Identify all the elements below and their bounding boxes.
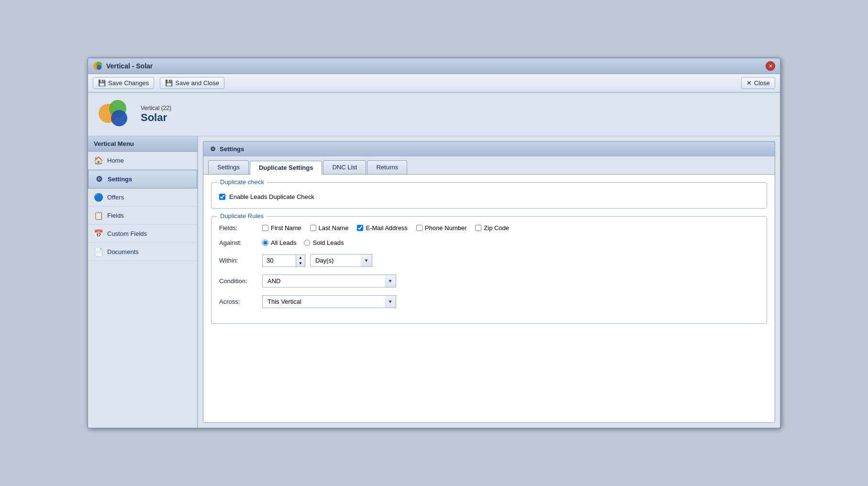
- duplicate-check-section: Duplicate check Enable Leads Duplicate C…: [211, 182, 767, 209]
- zip-checkbox[interactable]: [475, 225, 481, 231]
- condition-select[interactable]: AND OR: [262, 275, 396, 287]
- sidebar-label-home: Home: [107, 157, 124, 164]
- sold-leads-label: Sold Leads: [312, 239, 344, 246]
- window-close-btn[interactable]: ✕: [766, 61, 775, 71]
- across-select-wrapper: This Vertical All Verticals ▼: [262, 295, 396, 308]
- sidebar-item-settings[interactable]: ⚙ Settings: [88, 170, 197, 188]
- logo: [98, 100, 131, 129]
- settings-icon: ⚙: [94, 175, 104, 184]
- first-name-label: First Name: [271, 224, 301, 232]
- zip-label: Zip Code: [484, 224, 509, 232]
- enable-duplicate-check-label: Enable Leads Duplicate Check: [229, 193, 314, 200]
- sidebar-item-home[interactable]: 🏠 Home: [88, 152, 197, 170]
- duplicate-rules-section: Duplicate Rules Fields: First Name Last …: [211, 216, 767, 324]
- sidebar-label-offers: Offers: [107, 194, 124, 201]
- tab-duplicate-settings[interactable]: Duplicate Settings: [250, 161, 322, 175]
- sidebar-item-offers[interactable]: 🔵 Offers: [88, 188, 197, 207]
- against-radio-group: All Leads Sold Leads: [262, 239, 344, 246]
- header-info: Vertical (22) Solar: [141, 105, 171, 124]
- save-and-close-icon: 💾: [165, 79, 173, 87]
- sidebar-header: Vertical Menu: [88, 136, 197, 152]
- toolbar-left: 💾 Save Changes 💾 Save and Close: [93, 77, 224, 89]
- enable-duplicate-check-row: Enable Leads Duplicate Check: [219, 193, 759, 200]
- sidebar-item-documents[interactable]: 📄 Documents: [88, 243, 197, 261]
- sidebar-item-custom-fields[interactable]: 📅 Custom Fields: [88, 225, 197, 243]
- duplicate-rules-legend: Duplicate Rules: [217, 212, 267, 220]
- save-and-close-button[interactable]: 💾 Save and Close: [160, 77, 224, 89]
- sidebar-label-fields: Fields: [107, 212, 124, 219]
- phone-label: Phone Number: [425, 224, 467, 232]
- condition-row: Condition: AND OR ▼: [219, 275, 759, 287]
- svg-point-5: [111, 110, 127, 126]
- field-zip: Zip Code: [475, 224, 509, 232]
- radio-sold-leads: Sold Leads: [304, 239, 344, 246]
- first-name-checkbox[interactable]: [262, 225, 268, 231]
- enable-duplicate-check-checkbox[interactable]: [219, 194, 225, 200]
- save-changes-button[interactable]: 💾 Save Changes: [93, 77, 154, 89]
- across-label: Across:: [219, 298, 262, 305]
- svg-point-2: [97, 65, 101, 70]
- radio-all-leads: All Leads: [262, 239, 296, 246]
- within-unit-select[interactable]: Day(s) Week(s) Month(s): [310, 254, 372, 267]
- vertical-subtitle: Vertical (22): [141, 105, 171, 111]
- save-changes-label: Save Changes: [108, 79, 149, 87]
- last-name-label: Last Name: [319, 224, 349, 232]
- documents-icon: 📄: [94, 247, 103, 256]
- within-label: Within:: [219, 257, 262, 264]
- settings-icon-panel: ⚙: [210, 145, 216, 153]
- fields-row: Fields: First Name Last Name: [219, 224, 759, 232]
- field-email: E-Mail Address: [357, 224, 407, 232]
- across-select[interactable]: This Vertical All Verticals: [262, 295, 396, 308]
- duplicate-check-legend: Duplicate check: [217, 178, 267, 186]
- tabs-bar: Settings Duplicate Settings DNC List Ret…: [203, 156, 775, 174]
- panel-header-title: Settings: [220, 145, 244, 153]
- across-row: Across: This Vertical All Verticals ▼: [219, 295, 759, 308]
- within-spinner: ▲ ▼: [262, 254, 305, 267]
- field-last-name: Last Name: [310, 224, 349, 232]
- home-icon: 🏠: [94, 156, 103, 165]
- fields-checkboxes: First Name Last Name E-Mail Address: [262, 224, 509, 232]
- condition-label: Condition:: [219, 277, 262, 285]
- email-label: E-Mail Address: [366, 224, 407, 232]
- save-changes-icon: 💾: [98, 79, 106, 87]
- email-checkbox[interactable]: [357, 225, 363, 231]
- field-first-name: First Name: [262, 224, 301, 232]
- all-leads-radio[interactable]: [262, 240, 268, 246]
- field-phone: Phone Number: [416, 224, 467, 232]
- sidebar-item-fields[interactable]: 📋 Fields: [88, 207, 197, 225]
- phone-checkbox[interactable]: [416, 225, 423, 231]
- vertical-main-title: Solar: [141, 111, 171, 124]
- spinner-up-button[interactable]: ▲: [296, 255, 305, 261]
- tab-returns[interactable]: Returns: [367, 160, 407, 174]
- panel-header: ⚙ Settings: [203, 141, 775, 156]
- spinner-buttons: ▲ ▼: [296, 254, 305, 267]
- sidebar: Vertical Menu 🏠 Home ⚙ Settings 🔵 Offers…: [88, 136, 198, 428]
- main-panel: ⚙ Settings Settings Duplicate Settings D…: [198, 136, 780, 428]
- fields-icon: 📋: [94, 211, 103, 220]
- window-title: Vertical - Solar: [106, 62, 153, 70]
- within-value-input[interactable]: [262, 254, 296, 267]
- title-bar: Vertical - Solar ✕: [88, 58, 780, 74]
- close-label: Close: [754, 79, 770, 87]
- close-icon: ✕: [746, 79, 752, 87]
- tab-content: Duplicate check Enable Leads Duplicate C…: [203, 174, 775, 423]
- against-row: Against: All Leads Sold Leads: [219, 239, 759, 246]
- within-row: Within: ▲ ▼ Day(s) Week(s): [219, 254, 759, 267]
- condition-select-wrapper: AND OR ▼: [262, 275, 396, 287]
- tab-settings[interactable]: Settings: [208, 160, 249, 174]
- against-label: Against:: [219, 239, 262, 246]
- last-name-checkbox[interactable]: [310, 225, 316, 231]
- fields-label: Fields:: [219, 224, 262, 232]
- sidebar-label-settings: Settings: [108, 176, 132, 183]
- all-leads-label: All Leads: [271, 239, 296, 246]
- main-window: Vertical - Solar ✕ 💾 Save Changes 💾 Save…: [87, 57, 781, 429]
- header-area: Vertical (22) Solar: [88, 93, 780, 136]
- app-icon: [93, 61, 102, 71]
- sold-leads-radio[interactable]: [304, 240, 310, 246]
- close-button[interactable]: ✕ Close: [741, 77, 775, 89]
- spinner-down-button[interactable]: ▼: [296, 261, 305, 266]
- within-unit-select-wrapper: Day(s) Week(s) Month(s) ▼: [310, 254, 372, 267]
- custom-fields-icon: 📅: [94, 229, 103, 238]
- tab-dnc-list[interactable]: DNC List: [323, 160, 366, 174]
- content-area: Vertical Menu 🏠 Home ⚙ Settings 🔵 Offers…: [88, 136, 780, 428]
